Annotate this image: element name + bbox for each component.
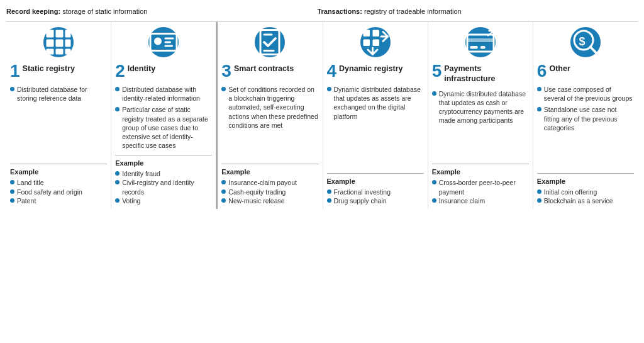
example-text: Insurance-claim payout (228, 178, 297, 187)
col-header-1: 1Static registry (10, 61, 107, 80)
page-header: Record keeping: storage of static inform… (6, 8, 638, 15)
svg-rect-18 (372, 30, 379, 37)
bullet-dot (537, 189, 541, 194)
col-5-bullet-1: Dynamic distributed database that update… (432, 89, 529, 125)
col-1-bullet-1: Distributed database for storing referen… (10, 85, 107, 103)
col-title-5: Payments infrastructure (444, 64, 529, 84)
col-icon-5 (465, 27, 496, 57)
col-header-5: 5Payments infrastructure (432, 61, 529, 84)
example-label-2: Example (115, 159, 212, 167)
col-3-example-3: New-music release (221, 196, 318, 205)
column-5: 5Payments infrastructureDynamic distribu… (428, 22, 533, 209)
example-label-6: Example (537, 177, 634, 185)
svg-rect-24 (467, 38, 494, 42)
example-text: Civil-registry and identity records (122, 178, 212, 196)
bullet-dot (115, 198, 119, 203)
svg-rect-2 (65, 30, 71, 38)
bullet-dot (432, 91, 436, 96)
bullet-dot (221, 87, 226, 91)
col-body-6: Use case composed of several of the prev… (537, 85, 634, 168)
example-text: Blockchain as a service (544, 196, 613, 205)
divider-2 (115, 155, 212, 155)
svg-rect-20 (372, 40, 379, 47)
col-icon-6: $ (570, 27, 601, 57)
divider-6 (537, 173, 634, 174)
col-3-example-2: Cash-equity trading (221, 188, 318, 196)
divider-3 (221, 164, 318, 164)
bullet-dot (115, 171, 119, 176)
bullet-dot (221, 198, 226, 203)
svg-rect-19 (363, 40, 370, 47)
example-text: Cross-border peer-to-peer payment (439, 178, 529, 196)
col-title-6: Other (549, 64, 570, 74)
col-4-bullet-1: Dynamic distributed database that update… (327, 85, 424, 121)
bullet-dot (115, 180, 119, 184)
svg-rect-25 (470, 46, 477, 49)
col-body-2: Distributed database with identity-relat… (115, 85, 212, 150)
column-2: 2IdentityDistributed database with ident… (111, 22, 216, 209)
example-text: Drug supply chain (334, 196, 387, 205)
col-2-bullet-1: Distributed database with identity-relat… (115, 85, 212, 103)
bullet-text: Distributed database with identity-relat… (122, 85, 212, 103)
example-label-1: Example (10, 168, 107, 176)
col-2-bullet-2: Particular case of static registry treat… (115, 105, 212, 150)
svg-rect-0 (47, 30, 54, 38)
col-4-example-2: Drug supply chain (327, 196, 424, 205)
col-title-4: Dynamic registry (339, 64, 402, 74)
col-5-example-2: Insurance claim (432, 196, 529, 205)
header-left-label: Record keeping: (6, 8, 60, 15)
column-4: 4Dynamic registryDynamic distributed dat… (323, 22, 428, 209)
column-3: 3Smart contractsSet of conditions record… (218, 22, 323, 209)
bullet-dot (115, 87, 119, 91)
example-text: Cash-equity trading (228, 188, 286, 196)
col-3-bullet-1: Set of conditions recorded on a blockcha… (221, 85, 318, 130)
svg-rect-17 (363, 30, 370, 37)
col-number-2: 2 (115, 62, 125, 80)
col-1-example-2: Food safety and origin (10, 188, 107, 196)
svg-rect-12 (165, 42, 172, 43)
svg-text:$: $ (579, 35, 585, 48)
svg-rect-16 (264, 50, 275, 52)
header-right-sub: registry of tradeable information (364, 8, 462, 15)
svg-rect-26 (480, 46, 486, 49)
svg-rect-7 (56, 49, 64, 55)
bullet-dot (327, 198, 331, 203)
col-number-5: 5 (432, 62, 442, 80)
col-body-3: Set of conditions recorded on a blockcha… (221, 85, 318, 159)
col-number-1: 1 (10, 62, 20, 80)
example-label-5: Example (432, 168, 529, 176)
col-2-example-1: Identity fraud (115, 169, 212, 178)
bullet-dot (327, 87, 331, 91)
col-5-example-1: Cross-border peer-to-peer payment (432, 178, 529, 196)
example-text: Voting (122, 196, 140, 205)
example-label-3: Example (221, 168, 318, 176)
svg-rect-15 (264, 34, 273, 36)
col-header-6: 6Other (537, 61, 634, 80)
col-6-example-2: Blockchain as a service (537, 196, 634, 205)
col-title-3: Smart contracts (234, 64, 294, 74)
bullet-text: Dynamic distributed database that update… (334, 85, 424, 121)
divider-1 (10, 164, 107, 164)
col-header-4: 4Dynamic registry (327, 61, 424, 80)
svg-rect-4 (56, 40, 64, 47)
bullet-dot (10, 189, 14, 194)
col-body-1: Distributed database for storing referen… (10, 85, 107, 159)
col-icon-4 (360, 27, 391, 57)
example-label-4: Example (327, 177, 424, 185)
svg-rect-13 (165, 45, 174, 47)
col-number-6: 6 (537, 62, 547, 80)
col-body-4: Dynamic distributed database that update… (327, 85, 424, 168)
bullet-text: Dynamic distributed database that update… (439, 89, 529, 125)
col-title-1: Static registry (23, 64, 75, 74)
bullet-text: Set of conditions recorded on a blockcha… (228, 85, 318, 130)
col-icon-3 (255, 27, 285, 57)
header-left: Record keeping: storage of static inform… (6, 8, 147, 15)
bullet-dot (115, 107, 119, 111)
column-1: 1Static registryDistributed database for… (6, 22, 111, 209)
bullet-dot (537, 198, 541, 203)
col-1-example-3: Patent (10, 196, 107, 205)
svg-rect-8 (65, 49, 71, 55)
col-4-example-1: Fractional investing (327, 188, 424, 196)
svg-rect-3 (47, 40, 54, 47)
bullet-dot (432, 180, 436, 184)
